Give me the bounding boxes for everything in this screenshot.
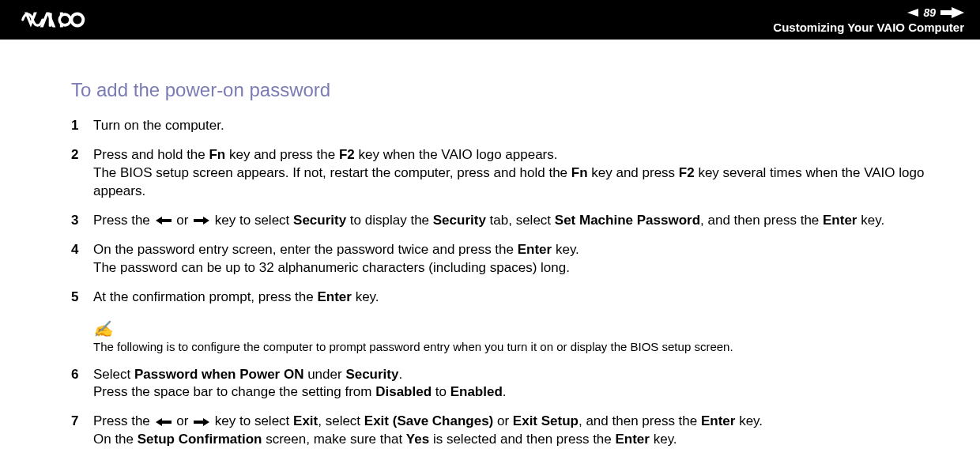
- step-body: At the confirmation prompt, press the En…: [93, 289, 933, 307]
- step-number: 2: [71, 146, 93, 201]
- step-row: 1Turn on the computer.: [71, 117, 933, 135]
- page-number: 89: [923, 6, 936, 19]
- right-arrow-icon: [194, 217, 209, 224]
- note-text: The following is to configure the comput…: [93, 340, 933, 353]
- svg-marker-7: [156, 217, 172, 224]
- nav-next-icon[interactable]: [940, 7, 964, 18]
- step-body: Press the or key to select Exit, select …: [93, 413, 933, 449]
- svg-marker-6: [952, 7, 964, 18]
- step-number: 7: [71, 413, 93, 449]
- note-icon: ✍: [93, 319, 933, 338]
- vaio-logo: [16, 11, 126, 28]
- step-number: 4: [71, 241, 93, 277]
- svg-marker-10: [194, 418, 209, 426]
- step-row: 7Press the or key to select Exit, select…: [71, 413, 933, 449]
- svg-marker-8: [194, 217, 209, 224]
- step-row: 2Press and hold the Fn key and press the…: [71, 146, 933, 201]
- step-row: 4On the password entry screen, enter the…: [71, 241, 933, 277]
- svg-point-3: [61, 16, 69, 24]
- step-row: 3Press the or key to select Security to …: [71, 212, 933, 230]
- left-arrow-icon: [156, 217, 172, 224]
- step-body: Press the or key to select Security to d…: [93, 212, 933, 230]
- page-heading: To add the power-on password: [71, 79, 933, 101]
- section-title: Customizing Your VAIO Computer: [773, 21, 964, 34]
- step-body: Turn on the computer.: [93, 117, 933, 135]
- svg-rect-1: [49, 13, 52, 26]
- page-content: To add the power-on password 1Turn on th…: [0, 40, 980, 464]
- step-row: 6Select Password when Power ON under Sec…: [71, 366, 933, 402]
- svg-rect-5: [940, 10, 952, 15]
- svg-marker-9: [156, 418, 172, 426]
- header-bar: 89 Customizing Your VAIO Computer: [0, 0, 980, 40]
- note-block: ✍ The following is to configure the comp…: [93, 319, 933, 353]
- step-body: Select Password when Power ON under Secu…: [93, 366, 933, 402]
- step-number: 3: [71, 212, 93, 230]
- nav-prev-icon[interactable]: [906, 7, 918, 18]
- step-number: 1: [71, 117, 93, 135]
- step-number: 5: [71, 289, 93, 307]
- svg-marker-4: [907, 9, 918, 17]
- left-arrow-icon: [156, 418, 172, 426]
- step-row: 5At the confirmation prompt, press the E…: [71, 289, 933, 307]
- right-arrow-icon: [194, 418, 209, 426]
- step-number: 6: [71, 366, 93, 402]
- step-body: Press and hold the Fn key and press the …: [93, 146, 933, 201]
- header-right: 89 Customizing Your VAIO Computer: [773, 6, 964, 34]
- step-body: On the password entry screen, enter the …: [93, 241, 933, 277]
